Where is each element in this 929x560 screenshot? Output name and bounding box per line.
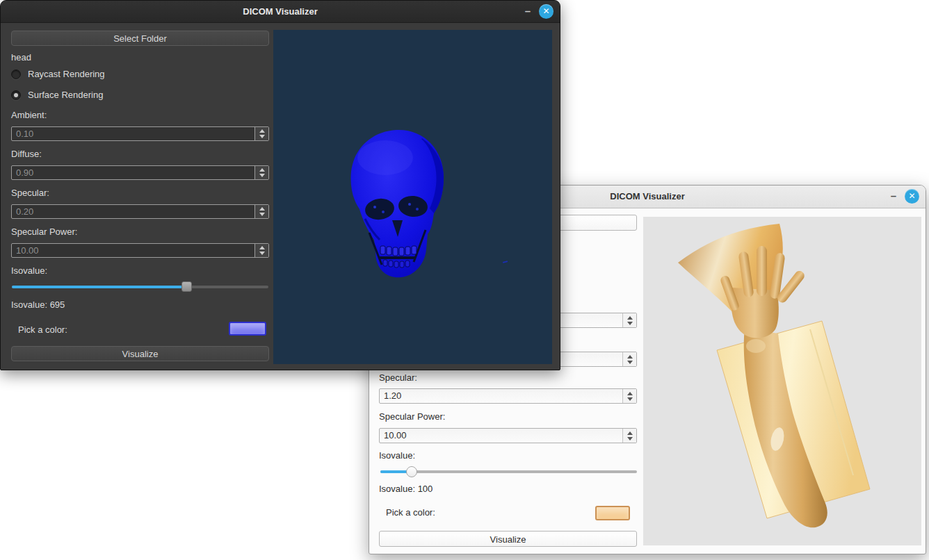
close-icon[interactable]: ✕ bbox=[539, 4, 554, 19]
isovalue-slider[interactable] bbox=[380, 466, 637, 477]
radio-label: Raycast Rendering bbox=[28, 69, 105, 79]
pick-color-label: Pick a color: bbox=[18, 324, 67, 335]
spin-buttons[interactable] bbox=[622, 429, 636, 443]
arm-3d-render bbox=[643, 217, 921, 545]
titlebar[interactable]: DICOM Visualizer – ✕ bbox=[1, 1, 560, 23]
render-viewport[interactable] bbox=[643, 217, 921, 545]
color-swatch[interactable] bbox=[595, 506, 630, 520]
spin-up-icon[interactable] bbox=[259, 207, 265, 211]
slider-handle[interactable] bbox=[406, 466, 417, 477]
spin-buttons[interactable] bbox=[255, 205, 268, 218]
isovalue-readout: Isovalue: 695 bbox=[11, 299, 65, 310]
specular-label: Specular: bbox=[11, 188, 49, 198]
spin-buttons[interactable] bbox=[622, 352, 636, 366]
spin-buttons[interactable] bbox=[255, 127, 268, 140]
specular-power-value[interactable]: 10.00 bbox=[380, 429, 622, 443]
window-title: DICOM Visualizer bbox=[1, 6, 560, 17]
spin-down-icon[interactable] bbox=[627, 437, 633, 440]
spin-down-icon[interactable] bbox=[259, 252, 265, 255]
radio-icon[interactable] bbox=[11, 69, 21, 79]
skull-3d-render bbox=[341, 127, 453, 286]
spin-up-icon[interactable] bbox=[627, 316, 633, 320]
slider-fill bbox=[380, 470, 411, 473]
slider-track[interactable] bbox=[380, 470, 637, 473]
spin-buttons[interactable] bbox=[255, 244, 268, 257]
diffuse-spinbox[interactable]: 0.90 bbox=[11, 165, 269, 180]
spin-down-icon[interactable] bbox=[627, 322, 633, 325]
specular-spinbox[interactable]: 1.20 bbox=[379, 388, 637, 404]
spin-up-icon[interactable] bbox=[627, 355, 633, 359]
specular-spinbox[interactable]: 0.20 bbox=[11, 204, 269, 219]
close-icon[interactable]: ✕ bbox=[905, 189, 919, 204]
spin-buttons[interactable] bbox=[622, 389, 636, 403]
slider-handle[interactable] bbox=[181, 281, 192, 292]
folder-name-label: head bbox=[11, 52, 31, 63]
radio-label: Surface Rendering bbox=[28, 90, 103, 100]
pick-color-label: Pick a color: bbox=[386, 507, 435, 518]
isovalue-label: Isovalue: bbox=[11, 265, 47, 276]
radio-raycast-rendering[interactable]: Raycast Rendering bbox=[11, 69, 105, 79]
spin-buttons[interactable] bbox=[622, 313, 636, 327]
specular-power-value[interactable]: 10.00 bbox=[12, 244, 255, 257]
ambient-spinbox[interactable]: 0.10 bbox=[11, 126, 269, 141]
ambient-label: Ambient: bbox=[11, 110, 47, 120]
specular-power-spinbox[interactable]: 10.00 bbox=[379, 428, 637, 443]
spin-up-icon[interactable] bbox=[259, 168, 265, 172]
minimize-icon[interactable]: – bbox=[891, 190, 896, 201]
specular-value[interactable]: 0.20 bbox=[12, 205, 255, 218]
desktop: DICOM Visualizer – ✕ Specular: 1.20 Spec… bbox=[0, 0, 929, 560]
isovalue-slider[interactable] bbox=[12, 281, 268, 292]
radio-selected-icon[interactable] bbox=[11, 90, 21, 100]
color-swatch[interactable] bbox=[229, 322, 266, 336]
spin-buttons[interactable] bbox=[255, 166, 268, 179]
diffuse-value[interactable]: 0.90 bbox=[12, 166, 255, 179]
minimize-icon[interactable]: – bbox=[525, 5, 531, 17]
ambient-value[interactable]: 0.10 bbox=[12, 127, 255, 140]
dicom-visualizer-window-front: DICOM Visualizer – ✕ Select Folder head … bbox=[0, 0, 560, 370]
visualize-button[interactable]: Visualize bbox=[11, 346, 269, 361]
radio-surface-rendering[interactable]: Surface Rendering bbox=[11, 90, 103, 100]
specular-power-spinbox[interactable]: 10.00 bbox=[11, 243, 269, 258]
render-viewport[interactable] bbox=[273, 30, 552, 364]
spin-down-icon[interactable] bbox=[259, 135, 265, 138]
isovalue-label: Isovalue: bbox=[379, 450, 415, 461]
spin-up-icon[interactable] bbox=[627, 392, 633, 395]
spin-up-icon[interactable] bbox=[627, 431, 633, 435]
spin-up-icon[interactable] bbox=[259, 129, 265, 133]
visualize-button[interactable]: Visualize bbox=[379, 531, 637, 547]
render-artifact bbox=[503, 261, 508, 263]
slider-fill bbox=[12, 286, 186, 288]
spin-down-icon[interactable] bbox=[627, 361, 633, 364]
specular-power-label: Specular Power: bbox=[379, 411, 445, 422]
specular-value[interactable]: 1.20 bbox=[380, 389, 622, 403]
spin-down-icon[interactable] bbox=[627, 397, 633, 401]
specular-power-label: Specular Power: bbox=[11, 227, 77, 237]
isovalue-readout: Isovalue: 100 bbox=[379, 484, 433, 494]
spin-down-icon[interactable] bbox=[259, 174, 265, 177]
diffuse-label: Diffuse: bbox=[11, 149, 42, 159]
specular-label: Specular: bbox=[379, 372, 417, 383]
spin-up-icon[interactable] bbox=[259, 246, 265, 249]
select-folder-button[interactable]: Select Folder bbox=[11, 31, 269, 46]
spin-down-icon[interactable] bbox=[259, 213, 265, 216]
